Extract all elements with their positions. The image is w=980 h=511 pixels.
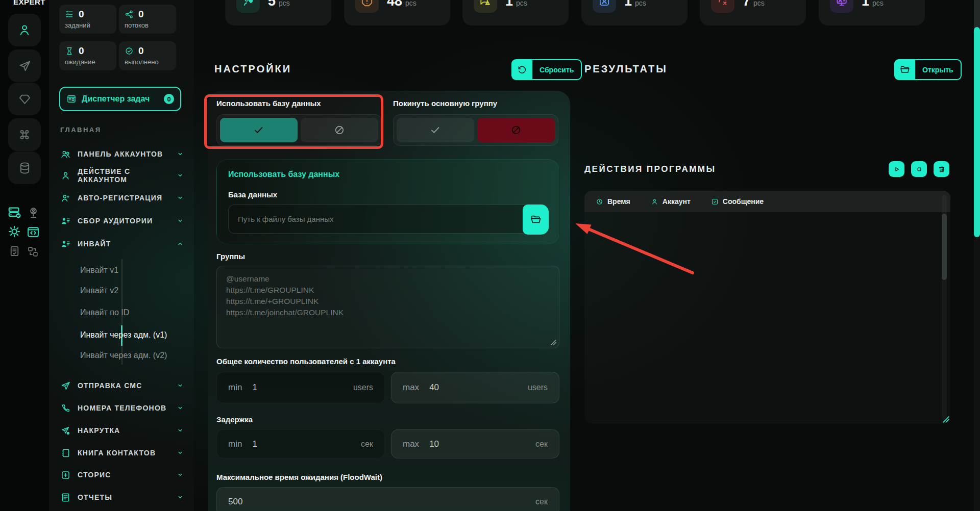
- sidebar-item-audience[interactable]: СБОР АУДИТОРИИ: [60, 214, 185, 228]
- rail-accounts-button[interactable]: [8, 14, 41, 46]
- stat-card: 7pcs: [700, 0, 806, 25]
- annotation-red-rectangle: [204, 94, 383, 149]
- delay-min-input[interactable]: min 1 сек: [216, 429, 385, 458]
- users-range-label: Общее количество пользователей с 1 аккау…: [216, 357, 396, 366]
- submenu-invite-v1[interactable]: Инвайт v1: [80, 264, 182, 276]
- sidebar-item-label: ПАНЕЛЬ АККАУНТОВ: [78, 150, 163, 158]
- column-message[interactable]: Сообщение: [711, 197, 764, 206]
- stat-value: 0: [79, 9, 84, 20]
- submenu-invite-admin-v1[interactable]: Инвайт через адм. (v1): [80, 329, 182, 341]
- database-path-input[interactable]: Путь к файлу базы данных: [228, 205, 549, 234]
- toggle-leave-no-button[interactable]: [477, 118, 555, 142]
- log-scrollbar-thumb[interactable]: [942, 214, 947, 280]
- stat-card-unit: pcs: [753, 0, 765, 7]
- stat-card-value: 48: [387, 0, 402, 9]
- submenu-invite-admin-v2[interactable]: Инвайт через адм. (v2): [80, 349, 182, 362]
- code-window-icon[interactable]: [26, 225, 40, 239]
- submenu-invite-v2[interactable]: Инвайт v2: [80, 285, 182, 297]
- max-value: 40: [429, 382, 439, 393]
- rail-send-button[interactable]: [8, 49, 41, 82]
- toggle-leave-group: [393, 114, 558, 146]
- sidebar-item-stories[interactable]: СТОРИС: [60, 468, 185, 482]
- groups-placeholder-line: https://t.me/+GROUPLINK: [226, 296, 550, 307]
- audience-icon: [60, 216, 71, 226]
- time-clock-icon: [596, 198, 603, 206]
- message-check-icon: [711, 198, 719, 206]
- server-check-icon[interactable]: [7, 205, 22, 220]
- stat-label: заданий: [65, 21, 111, 29]
- users-min-input[interactable]: min 1 users: [216, 372, 385, 403]
- monitor-account-icon: [830, 0, 853, 13]
- rail-command-button[interactable]: [8, 118, 41, 151]
- sidebar-item-account-action[interactable]: ДЕЙСТВИЕ С АККАУНТОМ: [60, 168, 185, 183]
- unit-suffix: сек: [361, 440, 373, 449]
- start-button[interactable]: [889, 161, 904, 177]
- chevron-down-icon: [176, 403, 185, 413]
- stat-done: 0 выполнено: [119, 41, 176, 70]
- sidebar-item-phone-numbers[interactable]: НОМЕРА ТЕЛЕФОНОВ: [60, 401, 185, 415]
- groups-placeholder-line: https://t.me/GROUPLINK: [226, 285, 550, 296]
- chevron-up-icon: [176, 239, 185, 248]
- stat-card-value: 7: [743, 0, 750, 9]
- rail-premium-button[interactable]: [8, 83, 41, 115]
- task-manager-label: Диспетчер задач: [82, 94, 150, 104]
- account-heart-icon: [236, 0, 260, 13]
- diamond-icon: [18, 92, 32, 106]
- annotation-red-arrow: [559, 214, 707, 280]
- min-value: 1: [252, 439, 257, 449]
- task-manager-icon: [66, 94, 77, 104]
- stories-icon: [60, 470, 71, 480]
- brand-logo: EXPERT: [13, 0, 45, 6]
- chevron-down-icon: [176, 149, 185, 159]
- unit-suffix: сек: [535, 440, 548, 449]
- stat-card-value: 1: [624, 0, 632, 9]
- stat-value: 0: [138, 9, 144, 20]
- rail-database-button[interactable]: [8, 151, 41, 184]
- groups-textarea[interactable]: @username https://t.me/GROUPLINK https:/…: [216, 266, 559, 348]
- database-card-title: Использовать базу данных: [228, 170, 339, 179]
- sidebar-item-boost[interactable]: НАКРУТКА: [60, 423, 185, 438]
- reset-button[interactable]: Сбросить: [511, 59, 582, 80]
- min-value: 1: [252, 382, 257, 393]
- toggle-leave-yes-button[interactable]: [397, 118, 474, 142]
- stop-icon: [915, 165, 924, 174]
- stat-card: 5pcs: [225, 0, 331, 25]
- sidebar-item-invite[interactable]: ИНВАЙТ: [60, 237, 185, 251]
- swap-boxes-icon[interactable]: [27, 245, 39, 258]
- sidebar: 0 заданий 0 потоков 0 ожидание 0 выполне…: [49, 0, 194, 511]
- reset-button-label: Сбросить: [532, 59, 582, 80]
- sidebar-item-accounts-panel[interactable]: ПАНЕЛЬ АККАУНТОВ: [60, 147, 185, 161]
- tasks-checklist-icon: [65, 10, 74, 19]
- floodwait-label: Максимальное время ожидания (FloodWait): [216, 473, 382, 481]
- submenu-invite-by-id[interactable]: Инвайт по ID: [80, 306, 182, 319]
- sidebar-item-label: НОМЕРА ТЕЛЕФОНОВ: [78, 404, 166, 412]
- page-scrollbar-thumb[interactable]: [974, 27, 980, 237]
- table-resize-grip-icon[interactable]: [943, 416, 949, 423]
- open-results-button[interactable]: Открыть: [894, 59, 962, 80]
- stop-button[interactable]: [911, 161, 927, 177]
- slash-circle-icon: [510, 124, 522, 136]
- delay-max-input[interactable]: max 10 сек: [391, 429, 559, 458]
- sidebar-item-label: СТОРИС: [78, 471, 111, 479]
- browse-file-button[interactable]: [523, 205, 549, 235]
- sidebar-item-reports[interactable]: ОТЧЕТЫ: [60, 490, 185, 504]
- clear-log-button[interactable]: [934, 161, 949, 177]
- account-station-icon[interactable]: [27, 206, 40, 220]
- sidebar-item-label: ОТПРАВКА СМС: [78, 381, 142, 390]
- users-max-input[interactable]: max 40 users: [391, 372, 559, 403]
- sidebar-item-contact-book[interactable]: КНИГА КОНТАКТОВ: [60, 446, 185, 460]
- column-label: Сообщение: [723, 197, 764, 206]
- column-time[interactable]: Время: [596, 197, 630, 206]
- gear-icon[interactable]: [7, 224, 22, 239]
- trash-icon: [937, 165, 946, 174]
- stat-threads: 0 потоков: [119, 5, 176, 34]
- stat-card-unit: pcs: [635, 0, 646, 7]
- sidebar-item-auto-registration[interactable]: АВТО-РЕГИСТРАЦИЯ: [60, 191, 185, 205]
- task-manager-button[interactable]: Диспетчер задач 0: [59, 87, 181, 111]
- resize-grip-icon[interactable]: [551, 340, 556, 345]
- column-account[interactable]: Аккаунт: [651, 197, 691, 206]
- floodwait-input[interactable]: 500 сек: [216, 487, 559, 511]
- sidebar-item-send-sms[interactable]: ОТПРАВКА СМС: [60, 378, 185, 393]
- document-check-icon[interactable]: [8, 245, 21, 258]
- folder-open-icon: [894, 59, 915, 80]
